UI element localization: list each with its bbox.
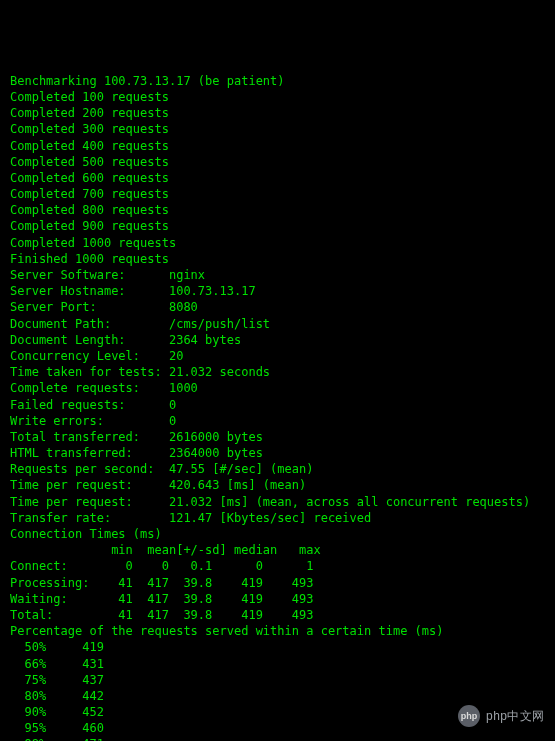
progress-line-3: Completed 400 requests bbox=[10, 138, 545, 154]
pct-title: Percentage of the requests served within… bbox=[10, 623, 545, 639]
progress-line-1: Completed 200 requests bbox=[10, 105, 545, 121]
complete-requests: Complete requests: 1000 bbox=[10, 380, 545, 396]
progress-line-8: Completed 900 requests bbox=[10, 218, 545, 234]
pct-row-1: 66% 431 bbox=[10, 656, 545, 672]
terminal-output: Benchmarking 100.73.13.17 (be patient)Co… bbox=[10, 73, 545, 741]
progress-line-6: Completed 700 requests bbox=[10, 186, 545, 202]
pct-row-3: 80% 442 bbox=[10, 688, 545, 704]
progress-line-0: Completed 100 requests bbox=[10, 89, 545, 105]
pct-row-4: 90% 452 bbox=[10, 704, 545, 720]
conn-header: min mean[+/-sd] median max bbox=[10, 542, 545, 558]
failed-requests: Failed requests: 0 bbox=[10, 397, 545, 413]
document-length: Document Length: 2364 bytes bbox=[10, 332, 545, 348]
progress-line-2: Completed 300 requests bbox=[10, 121, 545, 137]
conn-row-3: Total: 41 417 39.8 419 493 bbox=[10, 607, 545, 623]
conn-row-0: Connect: 0 0 0.1 0 1 bbox=[10, 558, 545, 574]
time-per-request-1: Time per request: 420.643 [ms] (mean) bbox=[10, 477, 545, 493]
write-errors: Write errors: 0 bbox=[10, 413, 545, 429]
conn-row-1: Processing: 41 417 39.8 419 493 bbox=[10, 575, 545, 591]
server-hostname: Server Hostname: 100.73.13.17 bbox=[10, 283, 545, 299]
html-transferred: HTML transferred: 2364000 bytes bbox=[10, 445, 545, 461]
total-transferred: Total transferred: 2616000 bytes bbox=[10, 429, 545, 445]
progress-line-9: Completed 1000 requests bbox=[10, 235, 545, 251]
bench-line: Benchmarking 100.73.13.17 (be patient) bbox=[10, 73, 545, 89]
pct-row-6: 98% 471 bbox=[10, 736, 545, 741]
requests-per-second: Requests per second: 47.55 [#/sec] (mean… bbox=[10, 461, 545, 477]
time-taken: Time taken for tests: 21.032 seconds bbox=[10, 364, 545, 380]
server-port: Server Port: 8080 bbox=[10, 299, 545, 315]
conn-title: Connection Times (ms) bbox=[10, 526, 545, 542]
progress-line-10: Finished 1000 requests bbox=[10, 251, 545, 267]
pct-row-2: 75% 437 bbox=[10, 672, 545, 688]
concurrency: Concurrency Level: 20 bbox=[10, 348, 545, 364]
progress-line-7: Completed 800 requests bbox=[10, 202, 545, 218]
progress-line-5: Completed 600 requests bbox=[10, 170, 545, 186]
pct-row-5: 95% 460 bbox=[10, 720, 545, 736]
pct-row-0: 50% 419 bbox=[10, 639, 545, 655]
document-path: Document Path: /cms/push/list bbox=[10, 316, 545, 332]
conn-row-2: Waiting: 41 417 39.8 419 493 bbox=[10, 591, 545, 607]
progress-line-4: Completed 500 requests bbox=[10, 154, 545, 170]
transfer-rate: Transfer rate: 121.47 [Kbytes/sec] recei… bbox=[10, 510, 545, 526]
server-software: Server Software: nginx bbox=[10, 267, 545, 283]
time-per-request-2: Time per request: 21.032 [ms] (mean, acr… bbox=[10, 494, 545, 510]
